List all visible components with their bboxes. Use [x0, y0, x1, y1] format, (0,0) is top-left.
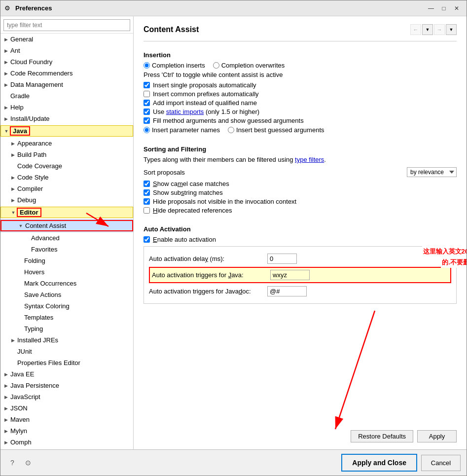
- tree-item-appearance[interactable]: Appearance: [0, 138, 133, 149]
- settings-icon[interactable]: ⊙: [22, 457, 34, 469]
- insertion-title: Insertion: [144, 51, 457, 59]
- radio-best-guessed[interactable]: [228, 127, 234, 133]
- tree-item-debug[interactable]: Debug: [0, 194, 133, 206]
- arrow-recommenders[interactable]: [2, 71, 9, 76]
- radio-param-names[interactable]: [144, 127, 150, 133]
- maximize-button[interactable]: □: [438, 3, 450, 13]
- tree-container[interactable]: General Ant Cloud Foundry Code Recommend…: [0, 34, 133, 449]
- tree-item-installedjres[interactable]: Installed JREs: [0, 334, 133, 346]
- radio-completion-overwrites[interactable]: [213, 62, 219, 69]
- tree-item-instalupdate[interactable]: Install/Update: [0, 113, 133, 124]
- arrow-general[interactable]: [2, 37, 9, 42]
- arrow-contentassist[interactable]: [17, 223, 24, 228]
- radio-completion-overwrites-label[interactable]: Completion overwrites: [213, 62, 285, 69]
- arrow-json[interactable]: [2, 405, 9, 411]
- search-input[interactable]: [3, 19, 130, 31]
- insert-single-checkbox[interactable]: [144, 82, 150, 88]
- static-imports-checkbox[interactable]: [144, 109, 150, 115]
- back-dropdown[interactable]: ▼: [422, 24, 433, 35]
- triggers-java-input[interactable]: [270, 270, 310, 280]
- arrow-help[interactable]: [2, 105, 9, 110]
- arrow-javapersistence[interactable]: [2, 383, 9, 388]
- arrow-appearance[interactable]: [9, 141, 16, 146]
- sort-select[interactable]: by relevance alphabetically: [407, 167, 457, 177]
- arrow-installedjres[interactable]: [9, 337, 16, 343]
- enable-auto-checkbox[interactable]: [144, 236, 150, 243]
- tree-item-markoccurrences[interactable]: Mark Occurrences: [0, 278, 133, 289]
- arrow-javascript[interactable]: [2, 394, 9, 400]
- arrow-datamgmt[interactable]: [2, 82, 9, 87]
- cancel-button[interactable]: Cancel: [421, 455, 461, 471]
- tree-item-ant[interactable]: Ant: [0, 45, 133, 56]
- tree-item-java[interactable]: Java: [0, 124, 133, 138]
- add-import-checkbox[interactable]: [144, 100, 150, 106]
- arrow-maven[interactable]: [2, 417, 9, 422]
- arrow-debug[interactable]: [9, 197, 16, 203]
- tree-item-buildpath[interactable]: Build Path: [0, 149, 133, 160]
- help-icon[interactable]: ?: [6, 457, 18, 469]
- tree-item-json[interactable]: JSON: [0, 403, 133, 414]
- tree-item-javascript[interactable]: JavaScript: [0, 391, 133, 403]
- arrow-ant[interactable]: [2, 48, 9, 53]
- back-button[interactable]: ←: [410, 24, 421, 35]
- tree-item-favorites[interactable]: Favorites: [0, 244, 133, 255]
- tree-item-javaee[interactable]: Java EE: [0, 368, 133, 380]
- arrow-oomph[interactable]: [2, 439, 9, 445]
- tree-item-compiler[interactable]: Compiler: [0, 183, 133, 194]
- insert-common-checkbox[interactable]: [144, 91, 150, 97]
- arrow-java[interactable]: [3, 128, 10, 134]
- delay-input[interactable]: [267, 254, 297, 264]
- arrow-mylyn[interactable]: [2, 428, 9, 434]
- tree-label-hovers: Hovers: [23, 268, 45, 276]
- tree-item-cloud[interactable]: Cloud Foundry: [0, 56, 133, 68]
- tree-item-datamgmt[interactable]: Data Management: [0, 79, 133, 90]
- tree-item-folding[interactable]: Folding: [0, 255, 133, 266]
- tree-item-recommenders[interactable]: Code Recommenders: [0, 68, 133, 79]
- substring-checkbox[interactable]: [144, 189, 150, 196]
- radio-completion-inserts-label[interactable]: Completion inserts: [144, 62, 205, 69]
- tree-item-saveactions[interactable]: Save Actions: [0, 289, 133, 300]
- tree-item-general[interactable]: General: [0, 34, 133, 45]
- tree-item-codecoverage[interactable]: Code Coverage: [0, 160, 133, 172]
- arrow-buildpath[interactable]: [9, 152, 16, 157]
- arrow-editor[interactable]: [10, 210, 17, 215]
- hide-deprecated-checkbox[interactable]: [144, 207, 150, 214]
- tree-item-contentassist[interactable]: Content Assist: [0, 219, 133, 232]
- tree-item-maven[interactable]: Maven: [0, 414, 133, 425]
- arrow-javaee[interactable]: [2, 371, 9, 377]
- arrow-cloud[interactable]: [2, 59, 9, 65]
- minimize-button[interactable]: —: [425, 3, 437, 13]
- radio-completion-inserts[interactable]: [144, 62, 150, 69]
- forward-button[interactable]: →: [434, 24, 445, 35]
- radio-param-names-label[interactable]: Insert parameter names: [144, 126, 220, 134]
- tree-item-junit[interactable]: JUnit: [0, 346, 133, 357]
- hide-not-visible-checkbox[interactable]: [144, 198, 150, 205]
- fill-method-checkbox[interactable]: [144, 117, 150, 124]
- tree-item-typing[interactable]: Typing: [0, 323, 133, 334]
- tree-item-advanced[interactable]: Advanced: [0, 232, 133, 244]
- tree-item-oomph[interactable]: Oomph: [0, 437, 133, 448]
- tree-item-mylyn[interactable]: Mylyn: [0, 425, 133, 437]
- restore-defaults-button[interactable]: Restore Defaults: [351, 430, 413, 442]
- forward-dropdown[interactable]: ▼: [446, 24, 457, 35]
- arrow-compiler[interactable]: [9, 186, 16, 191]
- static-imports-link[interactable]: static imports: [166, 108, 204, 115]
- apply-close-button[interactable]: Apply and Close: [341, 454, 417, 472]
- tree-item-templates[interactable]: Templates: [0, 312, 133, 323]
- close-button[interactable]: ✕: [451, 3, 463, 13]
- tree-item-help[interactable]: Help: [0, 102, 133, 113]
- tree-item-javapersistence[interactable]: Java Persistence: [0, 380, 133, 391]
- arrow-codestyle[interactable]: [9, 175, 16, 180]
- radio-best-guessed-label[interactable]: Insert best guessed arguments: [228, 126, 324, 134]
- tree-item-hovers[interactable]: Hovers: [0, 266, 133, 278]
- camel-case-checkbox[interactable]: [144, 181, 150, 187]
- arrow-installupdate[interactable]: [2, 116, 9, 121]
- triggers-javadoc-input[interactable]: [267, 286, 307, 296]
- tree-item-syntaxcoloring[interactable]: Syntax Coloring: [0, 300, 133, 312]
- tree-item-propertieseditor[interactable]: Properties Files Editor: [0, 357, 133, 368]
- apply-button[interactable]: Apply: [417, 430, 457, 442]
- tree-item-editor[interactable]: Editor: [0, 206, 133, 219]
- tree-item-gradle[interactable]: Gradle: [0, 90, 133, 102]
- type-filters-link[interactable]: type filters: [295, 156, 324, 163]
- tree-item-codestyle[interactable]: Code Style: [0, 172, 133, 183]
